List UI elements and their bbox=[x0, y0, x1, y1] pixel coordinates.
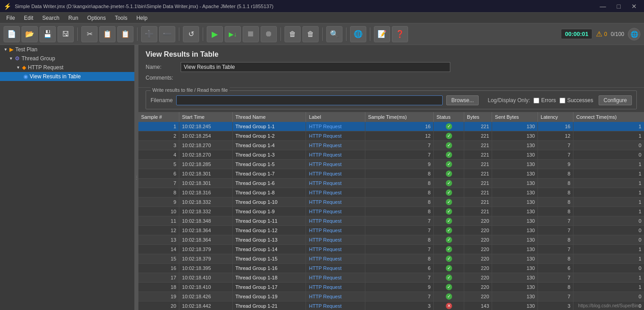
globe-button[interactable]: 🌐 bbox=[628, 28, 640, 40]
remote-button[interactable]: 🌐 bbox=[350, 26, 366, 42]
saveas-button[interactable]: 🖫 bbox=[58, 26, 74, 42]
menu-tools[interactable]: Tools bbox=[110, 14, 132, 22]
start-nopause-button[interactable]: ▶↓ bbox=[225, 26, 241, 42]
cell-start-time: 10:02:18.332 bbox=[179, 207, 233, 216]
cell-sent-bytes: 130 bbox=[492, 179, 538, 188]
table-row[interactable]: 10 10:02:18.332 Thread Group 1-9 HTTP Re… bbox=[138, 207, 644, 216]
counter-badge: 0/100 bbox=[611, 31, 624, 37]
cell-thread-name: Thread Group 1-21 bbox=[232, 301, 306, 310]
cell-sample-time: 9 bbox=[365, 283, 433, 292]
table-row[interactable]: 9 10:02:18.332 Thread Group 1-10 HTTP Re… bbox=[138, 198, 644, 207]
status-ok-icon: ✓ bbox=[446, 246, 452, 252]
table-row[interactable]: 2 10:02:18.254 Thread Group 1-2 HTTP Req… bbox=[138, 131, 644, 141]
table-row[interactable]: 4 10:02:18.270 Thread Group 1-3 HTTP Req… bbox=[138, 150, 644, 160]
table-row[interactable]: 7 10:02:18.301 Thread Group 1-6 HTTP Req… bbox=[138, 179, 644, 188]
tree-item-view-results[interactable]: ◉ View Results in Table bbox=[0, 72, 134, 81]
cell-sample-num: 18 bbox=[138, 283, 179, 292]
cell-connect-time: 1 bbox=[573, 198, 644, 207]
table-row[interactable]: 8 10:02:18.316 Thread Group 1-8 HTTP Req… bbox=[138, 188, 644, 198]
table-row[interactable]: 1 10:02:18.245 Thread Group 1-1 HTTP Req… bbox=[138, 122, 644, 131]
help-button[interactable]: ❓ bbox=[392, 26, 408, 42]
menu-help[interactable]: Help bbox=[132, 14, 152, 22]
tree-item-thread-group[interactable]: ▼ ⚙ Thread Group bbox=[0, 54, 134, 63]
cell-sample-time: 7 bbox=[365, 141, 433, 150]
cell-thread-name: Thread Group 1-3 bbox=[232, 150, 306, 160]
clear-button[interactable]: 🗑 bbox=[284, 26, 301, 42]
errors-checkbox[interactable] bbox=[533, 98, 539, 103]
filename-input[interactable] bbox=[176, 95, 443, 105]
cell-status: ✓ bbox=[434, 131, 464, 141]
open-button[interactable]: 📂 bbox=[22, 26, 38, 42]
new-button[interactable]: 📄 bbox=[4, 26, 20, 42]
table-row[interactable]: 16 10:02:18.395 Thread Group 1-16 HTTP R… bbox=[138, 264, 644, 273]
menu-edit[interactable]: Edit bbox=[19, 14, 38, 22]
cell-label: HTTP Request bbox=[306, 169, 365, 179]
cell-start-time: 10:02:18.348 bbox=[179, 216, 233, 226]
table-row[interactable]: 17 10:02:18.410 Thread Group 1-18 HTTP R… bbox=[138, 273, 644, 283]
cell-thread-name: Thread Group 1-19 bbox=[232, 292, 306, 301]
cell-status: ✓ bbox=[434, 226, 464, 235]
tree-item-http-request[interactable]: ▼ ◆ HTTP Request bbox=[0, 63, 134, 72]
cell-thread-name: Thread Group 1-5 bbox=[232, 160, 306, 169]
template-button[interactable]: 📝 bbox=[374, 26, 390, 42]
minimize-button[interactable]: — bbox=[596, 3, 610, 10]
cell-status: ✓ bbox=[434, 254, 464, 264]
cell-sample-num: 7 bbox=[138, 179, 179, 188]
menu-options[interactable]: Options bbox=[83, 14, 110, 22]
menu-search[interactable]: Search bbox=[38, 14, 64, 22]
cell-sent-bytes: 130 bbox=[492, 245, 538, 254]
errors-label: Errors bbox=[541, 97, 556, 103]
menu-file[interactable]: File bbox=[2, 14, 19, 22]
table-row[interactable]: 18 10:02:18.410 Thread Group 1-17 HTTP R… bbox=[138, 283, 644, 292]
window-controls: — □ ✕ bbox=[596, 3, 640, 10]
write-results-section: Write results to file / Read from file F… bbox=[146, 90, 637, 109]
resize-handle[interactable]: ⋮ bbox=[135, 45, 138, 310]
status-ok-icon: ✓ bbox=[446, 171, 452, 177]
errors-checkbox-label[interactable]: Errors bbox=[533, 97, 556, 103]
table-row[interactable]: 14 10:02:18.379 Thread Group 1-14 HTTP R… bbox=[138, 245, 644, 254]
menubar: File Edit Search Run Options Tools Help bbox=[0, 13, 644, 23]
maximize-button[interactable]: □ bbox=[613, 3, 624, 10]
configure-button[interactable]: Configure bbox=[599, 95, 632, 105]
table-row[interactable]: 20 10:02:18.442 Thread Group 1-21 HTTP R… bbox=[138, 301, 644, 310]
cell-bytes: 221 bbox=[464, 179, 492, 188]
add-button[interactable]: ➕ bbox=[141, 26, 157, 42]
status-ok-icon: ✓ bbox=[446, 227, 452, 234]
stop-button[interactable]: ⏹ bbox=[243, 26, 259, 42]
col-thread-name: Thread Name bbox=[232, 112, 306, 122]
cell-thread-name: Thread Group 1-9 bbox=[232, 207, 306, 216]
cell-connect-time: 1 bbox=[573, 122, 644, 131]
cell-sample-time: 8 bbox=[365, 179, 433, 188]
table-row[interactable]: 12 10:02:18.364 Thread Group 1-12 HTTP R… bbox=[138, 226, 644, 235]
paste-button[interactable]: 📋 bbox=[117, 26, 133, 42]
successes-checkbox[interactable] bbox=[560, 98, 565, 103]
results-table-container[interactable]: Sample # Start Time Thread Name Label Sa… bbox=[138, 112, 644, 310]
table-row[interactable]: 5 10:02:18.285 Thread Group 1-5 HTTP Req… bbox=[138, 160, 644, 169]
successes-checkbox-label[interactable]: Successes bbox=[560, 97, 593, 103]
revert-button[interactable]: ↺ bbox=[183, 26, 199, 42]
cell-status: ✓ bbox=[434, 169, 464, 179]
menu-run[interactable]: Run bbox=[64, 14, 83, 22]
table-row[interactable]: 11 10:02:18.348 Thread Group 1-11 HTTP R… bbox=[138, 216, 644, 226]
table-row[interactable]: 15 10:02:18.379 Thread Group 1-15 HTTP R… bbox=[138, 254, 644, 264]
remove-button[interactable]: ➖ bbox=[159, 26, 175, 42]
close-button[interactable]: ✕ bbox=[628, 3, 640, 10]
save-button[interactable]: 💾 bbox=[40, 26, 56, 42]
copy-button[interactable]: 📋 bbox=[99, 26, 115, 42]
tree-label-view-results: View Results in Table bbox=[30, 73, 81, 80]
cell-sent-bytes: 130 bbox=[492, 150, 538, 160]
search-button[interactable]: 🔍 bbox=[326, 26, 342, 42]
table-row[interactable]: 6 10:02:18.301 Thread Group 1-7 HTTP Req… bbox=[138, 169, 644, 179]
cell-thread-name: Thread Group 1-8 bbox=[232, 188, 306, 198]
table-row[interactable]: 13 10:02:18.364 Thread Group 1-13 HTTP R… bbox=[138, 235, 644, 245]
table-row[interactable]: 3 10:02:18.270 Thread Group 1-4 HTTP Req… bbox=[138, 141, 644, 150]
tree-item-test-plan[interactable]: ▼ ▶ Test Plan bbox=[0, 45, 134, 54]
clearall-button[interactable]: 🗑 bbox=[302, 26, 319, 42]
table-row[interactable]: 19 10:02:18.426 Thread Group 1-19 HTTP R… bbox=[138, 292, 644, 301]
timer-display: 00:00:01 bbox=[561, 29, 592, 39]
name-input[interactable] bbox=[181, 62, 450, 72]
start-button[interactable]: ▶ bbox=[207, 26, 223, 42]
cut-button[interactable]: ✂ bbox=[81, 26, 98, 42]
shutdown-button[interactable]: ⏺ bbox=[261, 26, 277, 42]
browse-button[interactable]: Browse... bbox=[446, 95, 479, 105]
